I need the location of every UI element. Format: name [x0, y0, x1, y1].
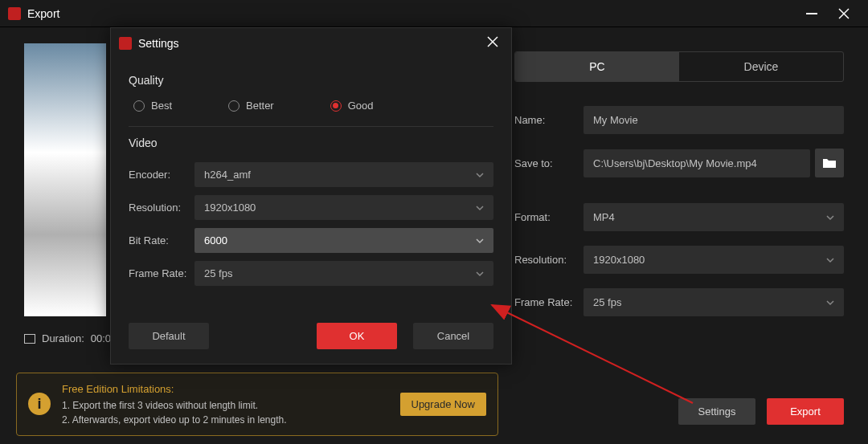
radio-icon-selected: [330, 100, 342, 112]
chevron-down-icon: [476, 204, 484, 212]
save-to-input[interactable]: [583, 149, 810, 177]
chevron-down-icon: [476, 171, 484, 179]
quality-better-label: Better: [246, 100, 274, 112]
format-select[interactable]: MP4: [583, 203, 844, 231]
browse-button[interactable]: [815, 149, 844, 177]
close-icon: [487, 36, 498, 47]
encoder-select[interactable]: h264_amf: [194, 162, 493, 187]
dialog-title: Settings: [138, 37, 476, 50]
video-section-title: Video: [129, 136, 493, 149]
chevron-down-icon: [476, 270, 484, 278]
bitrate-select[interactable]: 6000: [194, 228, 493, 253]
chevron-down-icon: [826, 256, 834, 264]
quality-best-radio[interactable]: Best: [133, 100, 172, 112]
radio-icon: [133, 100, 145, 112]
dlg-resolution-select[interactable]: 1920x1080: [194, 195, 493, 220]
dlg-resolution-value: 1920x1080: [204, 202, 256, 214]
limits-title: Free Edition Limitations:: [62, 381, 389, 397]
format-value: MP4: [593, 211, 615, 223]
format-label: Format:: [514, 211, 583, 223]
quality-section-title: Quality: [129, 74, 493, 87]
limits-line1: 1. Export the first 3 videos without len…: [62, 398, 389, 413]
framerate-label: Frame Rate:: [514, 296, 583, 308]
quality-best-label: Best: [151, 100, 172, 112]
duration-label: Duration:: [42, 332, 84, 344]
upgrade-button[interactable]: Upgrade Now: [400, 393, 487, 416]
dialog-app-icon: [119, 37, 132, 50]
dlg-resolution-label: Resolution:: [129, 202, 194, 214]
framerate-select[interactable]: 25 fps: [583, 288, 844, 316]
limits-line2: 2. Afterwards, export video up to 2 minu…: [62, 413, 389, 427]
titlebar: Export: [0, 0, 868, 27]
dlg-framerate-value: 25 fps: [204, 267, 232, 279]
close-button[interactable]: [828, 2, 860, 26]
export-button[interactable]: Export: [767, 398, 844, 425]
folder-icon: [823, 157, 836, 169]
tab-device[interactable]: Device: [679, 52, 843, 81]
chevron-down-icon: [826, 299, 834, 307]
name-input[interactable]: [583, 106, 844, 134]
quality-good-label: Good: [348, 100, 374, 112]
minimize-button[interactable]: [796, 2, 828, 26]
window-title: Export: [27, 7, 796, 20]
ok-button[interactable]: OK: [317, 323, 397, 349]
radio-icon: [228, 100, 240, 112]
film-icon: [24, 334, 35, 344]
divider: [129, 126, 493, 127]
resolution-value: 1920x1080: [593, 254, 645, 266]
bitrate-value: 6000: [204, 234, 227, 246]
quality-better-radio[interactable]: Better: [228, 100, 274, 112]
video-preview: [24, 43, 106, 316]
chevron-down-icon: [476, 237, 484, 245]
resolution-select[interactable]: 1920x1080: [583, 246, 844, 274]
name-label: Name:: [514, 114, 583, 126]
framerate-value: 25 fps: [593, 296, 621, 308]
quality-good-radio[interactable]: Good: [330, 100, 374, 112]
svg-rect-0: [806, 13, 817, 14]
save-to-label: Save to:: [514, 157, 583, 169]
export-tabs: PC Device: [514, 51, 844, 82]
default-button[interactable]: Default: [129, 323, 209, 349]
dlg-framerate-label: Frame Rate:: [129, 267, 194, 279]
settings-dialog: Settings Quality Best Better Good Video …: [110, 27, 512, 365]
chevron-down-icon: [826, 214, 834, 222]
settings-button[interactable]: Settings: [678, 398, 755, 425]
dlg-framerate-select[interactable]: 25 fps: [194, 261, 493, 286]
tab-pc[interactable]: PC: [515, 52, 679, 81]
encoder-label: Encoder:: [129, 169, 194, 181]
cancel-button[interactable]: Cancel: [413, 323, 493, 349]
dialog-close-button[interactable]: [482, 35, 503, 51]
encoder-value: h264_amf: [204, 169, 251, 181]
free-edition-banner: i Free Edition Limitations: 1. Export th…: [16, 373, 498, 437]
info-icon: i: [28, 393, 51, 415]
bitrate-label: Bit Rate:: [129, 234, 194, 246]
resolution-label: Resolution:: [514, 254, 583, 266]
app-icon: [8, 7, 21, 20]
